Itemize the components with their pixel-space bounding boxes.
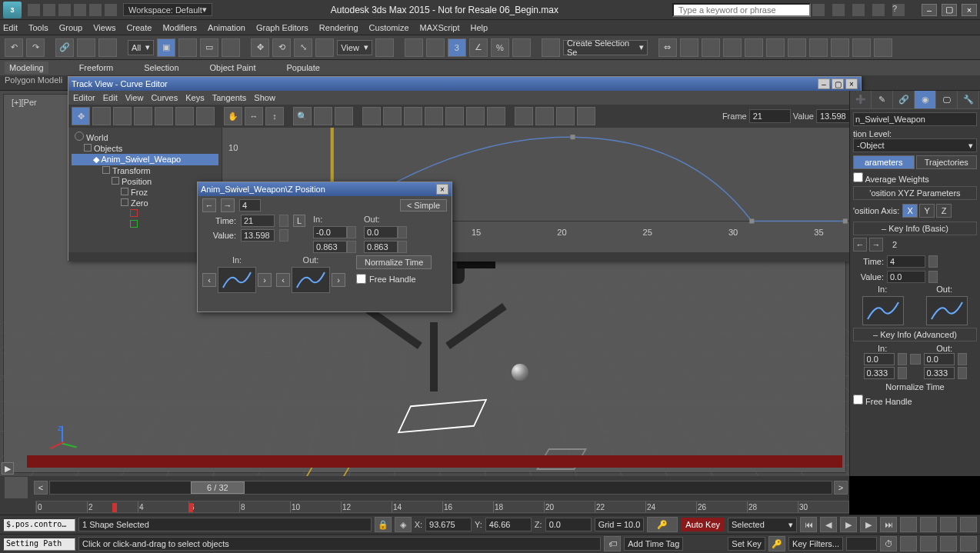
adv-in-bot-input[interactable] bbox=[864, 367, 895, 379]
tv-scale-values-button[interactable] bbox=[134, 107, 152, 125]
menu-customize[interactable]: Customize bbox=[369, 23, 409, 32]
adv-out-bot-spinner[interactable] bbox=[958, 367, 967, 379]
axis-z-button[interactable]: Z bbox=[936, 204, 952, 218]
tv-pan-button[interactable]: ✋ bbox=[224, 107, 242, 125]
menu-grapheditors[interactable]: Graph Editors bbox=[256, 23, 308, 32]
vp-nav-7[interactable] bbox=[940, 536, 957, 551]
save-icon[interactable] bbox=[58, 4, 71, 16]
tv-close-button[interactable]: × bbox=[845, 78, 858, 89]
rollout-key-info-basic[interactable]: – Key Info (Basic) bbox=[853, 222, 977, 235]
cmd-tab-utilities[interactable]: 🔧 bbox=[958, 91, 979, 108]
prev-frame-button[interactable]: ◀ bbox=[820, 517, 837, 532]
keyboard-shortcut-button[interactable] bbox=[426, 38, 445, 57]
rotate-button[interactable]: ⟲ bbox=[272, 38, 291, 57]
time-config-button[interactable]: ⏱ bbox=[880, 536, 897, 551]
cmd-tab-motion[interactable]: ◉ bbox=[915, 91, 936, 108]
rollout-key-info-advanced[interactable]: – Key Info (Advanced) bbox=[853, 328, 977, 341]
tv-zoom-extents-button[interactable] bbox=[335, 107, 353, 125]
ribbon-toggle-button[interactable] bbox=[745, 38, 763, 57]
out-tangent-type[interactable] bbox=[292, 267, 330, 293]
cmd-tab-hierarchy[interactable]: 🔗 bbox=[893, 91, 915, 108]
render-setup-button[interactable] bbox=[831, 38, 849, 57]
object-name-field[interactable] bbox=[853, 112, 977, 126]
menu-group[interactable]: Group bbox=[59, 23, 83, 32]
angle-snap-button[interactable]: ∠ bbox=[469, 38, 488, 57]
tv-tangent-custom-button[interactable] bbox=[383, 107, 402, 125]
workspace-dropdown[interactable]: Workspace: Default ▾ bbox=[123, 3, 212, 16]
minimize-button[interactable]: – bbox=[922, 4, 937, 16]
rect-region-button[interactable]: ▭ bbox=[200, 38, 218, 57]
tv-tangent-fast-button[interactable] bbox=[404, 107, 422, 125]
tv-frame-field[interactable] bbox=[749, 109, 791, 123]
play-button[interactable]: ▶ bbox=[840, 517, 857, 532]
out-tangent-next[interactable]: › bbox=[332, 273, 345, 287]
adv-in-top-input[interactable] bbox=[864, 353, 895, 365]
adv-out-bot-input[interactable] bbox=[924, 367, 955, 379]
keyinfo-time-spinner[interactable] bbox=[928, 255, 938, 268]
menu-tools[interactable]: Tools bbox=[28, 23, 48, 32]
menu-modifiers[interactable]: Modifiers bbox=[162, 23, 197, 32]
lock-time-button[interactable]: L bbox=[293, 215, 305, 227]
free-handle-checkbox[interactable]: Free Handle bbox=[356, 274, 432, 284]
goto-start-button[interactable]: ⏮ bbox=[800, 517, 817, 532]
tv-menu-curves[interactable]: Curves bbox=[151, 93, 178, 102]
ribbon-tab-freeform[interactable]: Freeform bbox=[79, 63, 114, 72]
keyinfo-next-button[interactable]: → bbox=[869, 238, 883, 252]
axis-y-button[interactable]: Y bbox=[919, 204, 935, 218]
track-view-scrollbar[interactable] bbox=[68, 252, 861, 262]
curve-editor-button[interactable] bbox=[766, 38, 785, 57]
maxscript-listener-line1[interactable]: $.pos.contro… bbox=[3, 518, 75, 531]
pivot-button[interactable] bbox=[375, 38, 394, 57]
next-frame-button[interactable]: ▶ bbox=[860, 517, 877, 532]
in-value-bot[interactable] bbox=[313, 241, 347, 253]
link-button[interactable]: 🔗 bbox=[55, 38, 74, 57]
motion-tab-trajectories[interactable]: Trajectories bbox=[916, 155, 978, 169]
isolate-icon[interactable]: ◈ bbox=[395, 517, 412, 532]
bind-button[interactable] bbox=[98, 38, 117, 57]
tv-zoom-h-button[interactable]: ↔ bbox=[245, 107, 263, 125]
mirror-button[interactable]: ⇔ bbox=[658, 38, 677, 57]
tv-minimize-button[interactable]: – bbox=[818, 78, 830, 89]
vp-nav-4[interactable] bbox=[960, 517, 977, 532]
menu-help[interactable]: Help bbox=[471, 23, 488, 32]
track-view-window[interactable]: Track View - Curve Editor – ▢ × Editor E… bbox=[68, 76, 862, 261]
viewport-label[interactable]: [+][Per bbox=[12, 98, 37, 107]
spinner-snap-button[interactable] bbox=[512, 38, 531, 57]
unlink-button[interactable] bbox=[77, 38, 95, 57]
keyinfo-value-input[interactable] bbox=[887, 271, 925, 283]
scale-button[interactable]: ⤡ bbox=[294, 38, 312, 57]
cmd-tab-display[interactable]: 🖵 bbox=[936, 91, 958, 108]
material-editor-button[interactable] bbox=[809, 38, 828, 57]
tv-tangent-linear-button[interactable] bbox=[466, 107, 485, 125]
tv-slide-keys-button[interactable] bbox=[92, 107, 111, 125]
key-info-dialog[interactable]: Anim_Swivel_Weapon\Z Position × ← → 4 < … bbox=[197, 182, 452, 312]
time-slider-thumb[interactable]: 6 / 32 bbox=[191, 481, 245, 494]
coord-y-input[interactable] bbox=[485, 518, 532, 531]
viewport-expand-button[interactable]: ▶ bbox=[2, 462, 14, 475]
tv-tangent-slow-button[interactable] bbox=[425, 107, 443, 125]
coord-x-input[interactable] bbox=[425, 518, 472, 531]
window-crossing-button[interactable] bbox=[222, 38, 240, 57]
keymode-dropdown[interactable]: Selected▾ bbox=[728, 518, 797, 532]
key-dialog-titlebar[interactable]: Anim_Swivel_Weapon\Z Position × bbox=[198, 182, 452, 196]
vp-nav-5[interactable] bbox=[900, 536, 917, 551]
adv-out-top-spinner[interactable] bbox=[958, 353, 967, 365]
cmd-tab-create[interactable]: ➕ bbox=[850, 91, 872, 108]
vp-nav-1[interactable] bbox=[900, 517, 917, 532]
goto-end-button[interactable]: ⏭ bbox=[880, 517, 897, 532]
select-object-button[interactable]: ▣ bbox=[157, 38, 175, 57]
tv-menu-editor[interactable]: Editor bbox=[73, 93, 95, 102]
ribbon-tab-selection[interactable]: Selection bbox=[144, 63, 178, 72]
keyinfo-in-tangent[interactable] bbox=[862, 296, 904, 325]
adv-normalize-time-button[interactable]: Normalize Time bbox=[853, 382, 977, 391]
cmd-tab-modify[interactable]: ✎ bbox=[872, 91, 893, 108]
time-slider-next[interactable]: > bbox=[834, 481, 848, 495]
search-input[interactable] bbox=[672, 3, 811, 17]
schematic-button[interactable] bbox=[788, 38, 806, 57]
add-time-tag[interactable]: Add Time Tag bbox=[624, 537, 683, 551]
ribbon-tab-objectpaint[interactable]: Object Paint bbox=[210, 63, 256, 72]
edit-named-sel-button[interactable] bbox=[542, 38, 560, 57]
maximize-button[interactable]: ▢ bbox=[942, 4, 957, 16]
ribbon-tab-modeling[interactable]: Modeling bbox=[5, 62, 48, 74]
tv-menu-keys[interactable]: Keys bbox=[185, 93, 204, 102]
